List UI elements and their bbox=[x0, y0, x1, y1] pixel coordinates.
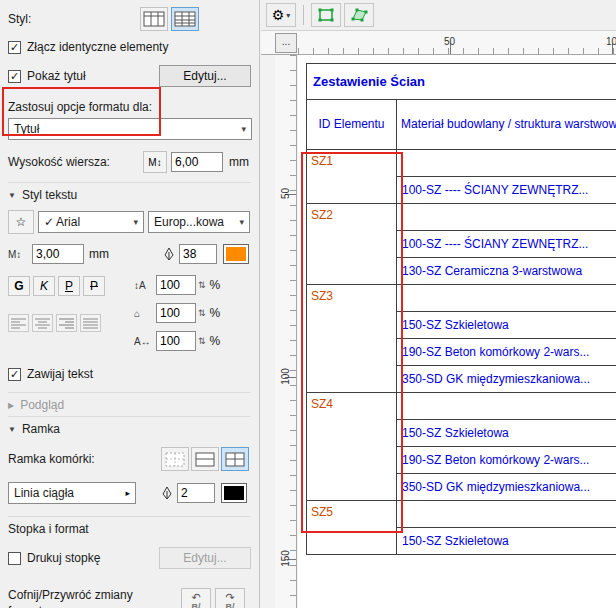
ruler-label: 150 bbox=[280, 549, 291, 569]
ruler-label: 50 bbox=[280, 184, 291, 204]
stepper-icon[interactable]: ⇅ bbox=[198, 336, 206, 346]
row-height-input[interactable] bbox=[171, 152, 223, 172]
group-start-row: SZ1 bbox=[307, 150, 616, 177]
format-letters: B/ bbox=[226, 603, 235, 608]
frame-pen-input[interactable] bbox=[177, 483, 215, 503]
element-id-cell[interactable]: SZ2 bbox=[307, 204, 397, 285]
merge-identical-checkbox[interactable]: ✓ Złącz identyczne elementy bbox=[8, 36, 259, 58]
ruler-label: 50 bbox=[444, 36, 455, 47]
polygon-tool-button[interactable] bbox=[344, 3, 374, 27]
strikethrough-button[interactable]: P bbox=[83, 276, 105, 296]
schedule-title[interactable]: Zestawienie Ścian bbox=[307, 64, 616, 100]
font-select[interactable]: ✓ Arial ▾ bbox=[38, 211, 144, 233]
section-text-style[interactable]: ▼ Styl tekstu bbox=[8, 182, 251, 206]
material-cell-empty[interactable] bbox=[397, 150, 616, 177]
material-cell[interactable]: 150-SZ Szkieletowa bbox=[397, 312, 616, 339]
line-type-select[interactable]: Linia ciągła ▸ bbox=[8, 482, 136, 504]
toolbar-separator bbox=[303, 5, 304, 25]
italic-button[interactable]: K bbox=[33, 276, 55, 296]
material-cell[interactable]: 150-SZ Szkieletowa bbox=[397, 528, 616, 555]
stepper-icon[interactable]: ⇅ bbox=[198, 308, 206, 318]
table-style-2-button[interactable] bbox=[171, 7, 199, 31]
align-left-icon bbox=[11, 318, 26, 329]
cell-frame-all-button[interactable] bbox=[221, 447, 249, 471]
bold-button[interactable]: G bbox=[8, 276, 30, 296]
undo-format-button[interactable]: ↶ B/ bbox=[181, 588, 211, 608]
cell-frame-none-button[interactable] bbox=[161, 447, 189, 471]
checkbox-check-icon: ✓ bbox=[8, 41, 21, 54]
text-pen-input[interactable] bbox=[179, 244, 217, 264]
line-spacing-input[interactable] bbox=[156, 275, 196, 295]
material-cell-empty[interactable] bbox=[397, 285, 616, 312]
checkbox-label: Drukuj stopkę bbox=[27, 551, 100, 565]
row-height-icon[interactable]: M↕ bbox=[143, 151, 167, 173]
cell-frame-label: Ramka komórki: bbox=[8, 452, 95, 466]
material-cell[interactable]: 100-SZ ---- ŚCIANY ZEWNĘTRZ... bbox=[397, 177, 616, 204]
apply-format-label: Zastosuj opcje formatu dla: bbox=[8, 100, 259, 114]
ruler-options-button[interactable]: ... bbox=[275, 33, 297, 53]
element-id-cell[interactable]: SZ3 bbox=[307, 285, 397, 393]
material-cell-empty[interactable] bbox=[397, 393, 616, 420]
pen-color-swatch[interactable] bbox=[223, 244, 249, 264]
material-cell[interactable]: 350-SD GK międzymieszkaniowa... bbox=[397, 474, 616, 501]
schedule-table: Zestawienie Ścian ID Elementu Materiał b… bbox=[306, 63, 616, 555]
element-id-cell[interactable]: SZ5 bbox=[307, 501, 397, 555]
column-header-id[interactable]: ID Elementu bbox=[307, 100, 397, 150]
settings-gear-button[interactable]: ⚙ ▾ bbox=[266, 3, 296, 27]
favorites-star-button[interactable]: ☆ bbox=[8, 210, 34, 234]
material-cell-empty[interactable] bbox=[397, 501, 616, 528]
undo-redo-label: Cofnij/Przywróć zmiany formatu: bbox=[8, 588, 158, 608]
chevron-down-icon: ▾ bbox=[129, 217, 138, 227]
encoding-value: Europ...kowa bbox=[154, 215, 224, 229]
cell-frame-horizontal-button[interactable] bbox=[191, 447, 219, 471]
section-preview[interactable]: ▶ Podgląd bbox=[8, 392, 251, 416]
material-cell[interactable]: 130-SZ Ceramiczna 3-warstwowa bbox=[397, 258, 616, 285]
char-width-input[interactable] bbox=[156, 303, 196, 323]
stepper-icon[interactable]: ⇅ bbox=[198, 280, 206, 290]
schedule-preview-canvas[interactable]: Zestawienie Ścian ID Elementu Materiał b… bbox=[298, 55, 616, 608]
element-id-cell[interactable]: SZ4 bbox=[307, 393, 397, 501]
line-spacing-icon: ↕A bbox=[134, 280, 156, 291]
underline-button[interactable]: P bbox=[58, 276, 80, 296]
marquee-icon bbox=[316, 7, 336, 23]
triangle-right-icon: ▶ bbox=[8, 401, 14, 410]
group-start-row: SZ4 bbox=[307, 393, 616, 420]
align-center-icon bbox=[35, 318, 50, 329]
section-frame[interactable]: ▼ Ramka bbox=[8, 416, 251, 440]
edit-title-button[interactable]: Edytuj... bbox=[159, 65, 251, 87]
material-cell[interactable]: 350-SD GK międzymieszkaniowa... bbox=[397, 366, 616, 393]
edit-footer-button[interactable]: Edytuj... bbox=[159, 547, 251, 569]
table-style-1-button[interactable] bbox=[140, 7, 168, 31]
line-type-value: Linia ciągła bbox=[14, 486, 74, 500]
align-justify-icon bbox=[83, 318, 98, 329]
material-cell[interactable]: 190-SZ Beton komórkowy 2-wars... bbox=[397, 447, 616, 474]
char-spacing-input[interactable] bbox=[156, 331, 196, 351]
font-size-input[interactable] bbox=[32, 244, 84, 264]
polygon-icon bbox=[349, 7, 369, 23]
align-justify-button[interactable] bbox=[80, 314, 101, 332]
align-center-button[interactable] bbox=[32, 314, 53, 332]
frame-horizontal-icon bbox=[195, 452, 215, 467]
show-title-checkbox[interactable]: ✓ Pokaż tytuł bbox=[8, 69, 86, 83]
align-left-button[interactable] bbox=[8, 314, 29, 332]
redo-format-button[interactable]: ↷ B/ bbox=[215, 588, 245, 608]
chevron-down-icon: ▾ bbox=[235, 217, 244, 227]
encoding-select[interactable]: Europ...kowa ▾ bbox=[148, 211, 250, 233]
percent-label: % bbox=[210, 278, 221, 292]
wrap-text-checkbox[interactable]: ✓ Zawijaj tekst bbox=[8, 362, 259, 386]
ruler-label: 100 bbox=[280, 367, 291, 387]
vertical-ruler: 50 100 150 bbox=[275, 55, 297, 608]
column-header-material[interactable]: Materiał budowlany / struktura warstwowa… bbox=[397, 100, 616, 150]
print-footer-checkbox[interactable]: Drukuj stopkę bbox=[8, 551, 100, 565]
material-cell[interactable]: 100-SZ ---- ŚCIANY ZEWNĘTRZ... bbox=[397, 231, 616, 258]
text-format-block: G K P P bbox=[8, 274, 259, 358]
material-cell[interactable]: 190-SZ Beton komórkowy 2-wars... bbox=[397, 339, 616, 366]
material-cell[interactable]: 150-SZ Szkieletowa bbox=[397, 420, 616, 447]
material-cell-empty[interactable] bbox=[397, 204, 616, 231]
marquee-tool-button[interactable] bbox=[311, 3, 341, 27]
element-id-cell[interactable]: SZ1 bbox=[307, 150, 397, 204]
align-right-button[interactable] bbox=[56, 314, 77, 332]
frame-pen-color-swatch[interactable] bbox=[221, 483, 247, 503]
apply-format-select[interactable]: Tytuł ▾ bbox=[8, 118, 252, 140]
apply-format-group: Zastosuj opcje formatu dla: Tytuł ▾ bbox=[8, 96, 259, 148]
